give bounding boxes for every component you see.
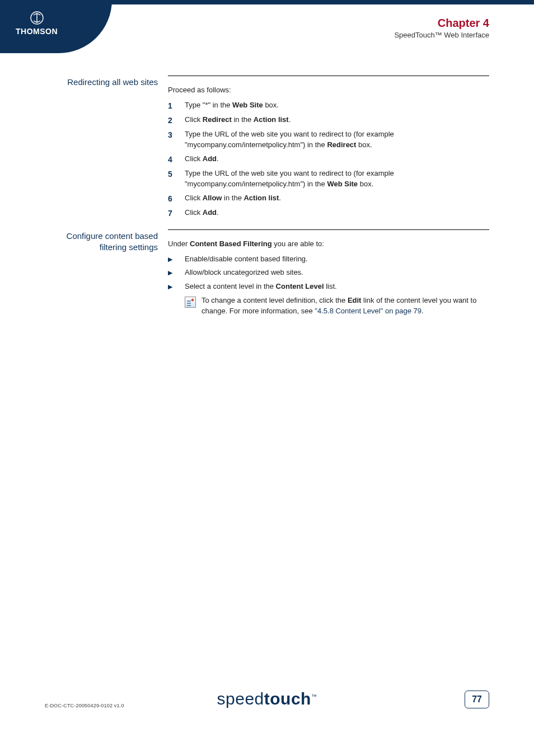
step-2: 2 Click Redirect in the Action list. (168, 115, 489, 126)
step-text: Click Add. (185, 154, 489, 165)
brand-bold: touch (264, 689, 311, 708)
page-number: 77 (465, 691, 489, 708)
step-text: Type "*" in the Web Site box. (185, 100, 489, 111)
thomson-logo: THOMSON (0, 0, 112, 53)
bullet-marker-icon: ▶ (168, 254, 185, 265)
step-text: Type the URL of the web site you want to… (185, 129, 489, 151)
step-num: 3 (168, 129, 185, 151)
brand-light: speed (217, 689, 264, 708)
bullet-marker-icon: ▶ (168, 267, 185, 278)
content-level-xref[interactable]: "4.5.8 Content Level" on page 79 (315, 307, 421, 315)
step-7: 7 Click Add. (168, 208, 489, 219)
section2-intro: Under Content Based Filtering you are ab… (168, 239, 489, 250)
section-label-redirecting: Redirecting all web sites (45, 76, 168, 223)
step-3: 3 Type the URL of the web site you want … (168, 129, 489, 151)
brand-tm: ™ (311, 693, 317, 699)
step-text: Click Add. (185, 208, 489, 219)
section-redirecting: Redirecting all web sites Proceed as fol… (45, 76, 489, 223)
step-num: 4 (168, 154, 185, 165)
bullet-marker-icon: ▶ (168, 281, 185, 292)
bullet-text: Enable/disable content based filtering. (185, 254, 489, 265)
bullet-3: ▶ Select a content level in the Content … (168, 281, 489, 292)
step-5: 5 Type the URL of the web site you want … (168, 168, 489, 190)
step-6: 6 Click Allow in the Action list. (168, 193, 489, 204)
note-text: To change a content level definition, cl… (202, 295, 489, 317)
step-text: Click Allow in the Action list. (185, 193, 489, 204)
note-icon (185, 295, 202, 317)
bullet-text: Allow/block uncategorized web sites. (185, 267, 489, 278)
step-num: 2 (168, 115, 185, 126)
step-4: 4 Click Add. (168, 154, 489, 165)
bullet-text: Select a content level in the Content Le… (185, 281, 489, 292)
thomson-emblem-icon (30, 11, 44, 25)
speedtouch-logo: speedtouch™ (217, 689, 317, 708)
section-label-filtering: Configure content based filtering settin… (45, 229, 168, 317)
filtering-bullets: ▶ Enable/disable content based filtering… (168, 254, 489, 293)
section-divider (168, 229, 489, 230)
doc-reference: E-DOC-CTC-20050429-0102 v1.0 (45, 703, 124, 708)
step-text: Click Redirect in the Action list. (185, 115, 489, 126)
section1-intro: Proceed as follows: (168, 85, 489, 96)
bullet-1: ▶ Enable/disable content based filtering… (168, 254, 489, 265)
thomson-logo-text: THOMSON (16, 27, 58, 36)
redirect-steps: 1 Type "*" in the Web Site box. 2 Click … (168, 100, 489, 219)
chapter-title: Chapter 4 (394, 17, 489, 30)
step-num: 6 (168, 193, 185, 204)
step-num: 5 (168, 168, 185, 190)
note-block: To change a content level definition, cl… (168, 295, 489, 317)
bullet-2: ▶ Allow/block uncategorized web sites. (168, 267, 489, 278)
page-header: Chapter 4 SpeedTouch™ Web Interface (394, 17, 489, 39)
section-divider (168, 76, 489, 76)
section-filtering: Configure content based filtering settin… (45, 229, 489, 317)
step-1: 1 Type "*" in the Web Site box. (168, 100, 489, 111)
page-footer: E-DOC-CTC-20050429-0102 v1.0 speedtouch™… (45, 683, 489, 708)
chapter-subtitle: SpeedTouch™ Web Interface (394, 31, 489, 39)
step-text: Type the URL of the web site you want to… (185, 168, 489, 190)
step-num: 7 (168, 208, 185, 219)
step-num: 1 (168, 100, 185, 111)
